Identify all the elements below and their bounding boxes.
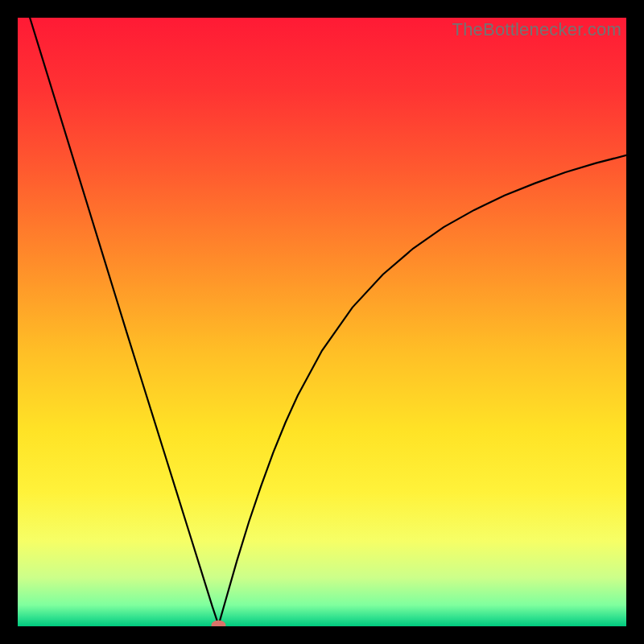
bottleneck-chart [18,18,626,626]
chart-frame: TheBottlenecker.com [18,18,626,626]
gradient-background [18,18,626,626]
watermark-text: TheBottlenecker.com [452,19,621,40]
